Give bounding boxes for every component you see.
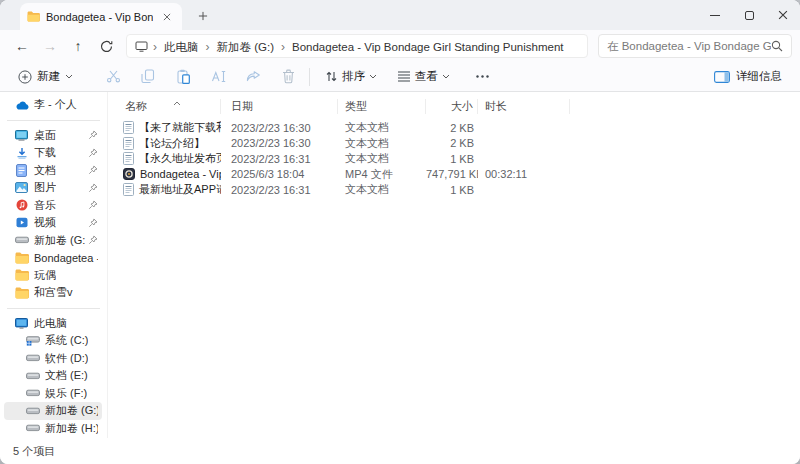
- sidebar-item[interactable]: 新加卷 (G:): [4, 402, 102, 420]
- column-header-label: 类型: [345, 100, 367, 112]
- back-button[interactable]: ←: [8, 33, 36, 59]
- refresh-button[interactable]: [92, 33, 120, 59]
- share-button[interactable]: [241, 65, 265, 89]
- file-name: 【永久地址发布页】: [139, 151, 221, 166]
- sidebar-item[interactable]: 音乐: [4, 197, 102, 215]
- paste-button[interactable]: [171, 65, 195, 89]
- item-count: 5 个项目: [13, 444, 55, 459]
- pin-icon: [85, 165, 98, 175]
- plus-icon: [198, 11, 208, 21]
- breadcrumb-item[interactable]: Bondagetea - Vip Bondage Girl Standing P…: [290, 41, 566, 53]
- chevron-down-icon: [369, 74, 377, 79]
- column-header[interactable]: 日期: [221, 99, 338, 114]
- new-tab-button[interactable]: [190, 3, 216, 29]
- more-options-button[interactable]: [470, 65, 494, 89]
- drive-icon: [25, 389, 40, 397]
- column-header-label: 日期: [231, 100, 253, 112]
- sidebar-item-label: 下载: [34, 145, 56, 160]
- command-toolbar: 新建 排序 查看: [0, 62, 800, 92]
- sort-button[interactable]: 排序: [319, 66, 383, 87]
- drive-system-icon: [25, 336, 40, 346]
- sidebar-divider: [7, 308, 100, 309]
- sidebar-divider: [7, 120, 100, 121]
- file-row[interactable]: 【论坛介绍】2023/2/23 16:30文本文档2 KB: [122, 136, 800, 152]
- sidebar-item[interactable]: 图片: [4, 179, 102, 197]
- file-row[interactable]: 【来了就能下载和...2023/2/23 16:30文本文档2 KB: [122, 120, 800, 136]
- column-header[interactable]: 大小: [426, 99, 478, 114]
- breadcrumb-item[interactable]: 新加卷 (G:): [215, 41, 277, 53]
- sidebar-item[interactable]: 玩偶: [4, 267, 102, 285]
- new-button[interactable]: 新建: [12, 66, 79, 87]
- delete-button[interactable]: [276, 65, 300, 89]
- status-bar: 5 个项目: [0, 438, 800, 464]
- sidebar-item[interactable]: Bondagetea - V: [4, 249, 102, 267]
- breadcrumb-chevron-icon: ›: [276, 40, 290, 54]
- sidebar-item[interactable]: 和宫雪v: [4, 284, 102, 302]
- explorer-tab[interactable]: Bondagetea - Vip Bondage Gi: [20, 3, 182, 30]
- view-lines-icon: [397, 71, 411, 82]
- tab-close-icon[interactable]: [159, 9, 175, 25]
- this-pc-icon: [135, 41, 148, 52]
- rename-button[interactable]: [206, 65, 230, 89]
- sidebar-item[interactable]: 新加卷 (H:): [4, 420, 102, 438]
- sidebar-item[interactable]: 文档: [4, 162, 102, 180]
- navigation-pane: 李 - 个人桌面下载文档图片音乐视频新加卷 (G:)Bondagetea - V…: [0, 92, 108, 438]
- sidebar-item[interactable]: 软件 (D:): [4, 350, 102, 368]
- breadcrumb[interactable]: ›此电脑›新加卷 (G:)›Bondagetea - Vip Bondage G…: [126, 34, 588, 58]
- file-type: 文本文档: [338, 136, 426, 151]
- breadcrumb-item[interactable]: 此电脑: [162, 41, 201, 53]
- sidebar-item[interactable]: 文档 (E:): [4, 367, 102, 385]
- close-button[interactable]: [766, 0, 800, 30]
- file-row[interactable]: 【永久地址发布页】2023/2/23 16:31文本文档1 KB: [122, 151, 800, 167]
- view-button[interactable]: 查看: [391, 66, 456, 87]
- sidebar-item-label: 图片: [34, 180, 56, 195]
- folder-icon: [14, 287, 29, 299]
- text-file-icon: [123, 121, 134, 134]
- cut-button[interactable]: [101, 65, 125, 89]
- forward-button[interactable]: →: [36, 33, 64, 59]
- sidebar-item[interactable]: 系统 (C:): [4, 332, 102, 350]
- minimize-button[interactable]: [698, 0, 732, 30]
- column-header[interactable]: 名称: [122, 99, 221, 114]
- details-pane-button[interactable]: 详细信息: [708, 66, 788, 87]
- text-file-icon: [123, 152, 134, 165]
- ellipsis-icon: [476, 75, 489, 78]
- file-size: 1 KB: [426, 184, 478, 196]
- close-icon: [778, 10, 788, 20]
- file-type: MP4 文件: [338, 167, 426, 182]
- maximize-icon: [745, 11, 754, 20]
- file-row[interactable]: 最新地址及APP请...2023/2/23 16:31文本文档1 KB: [122, 182, 800, 198]
- sidebar-item[interactable]: 视频: [4, 214, 102, 232]
- drive-icon: [25, 354, 40, 362]
- trash-icon: [282, 69, 295, 84]
- copy-button[interactable]: [136, 65, 160, 89]
- file-size: 2 KB: [426, 137, 478, 149]
- file-size: 1 KB: [426, 153, 478, 165]
- folder-icon: [14, 252, 29, 264]
- sidebar-item-label: 视频: [34, 215, 56, 230]
- sidebar-item[interactable]: 下载: [4, 144, 102, 162]
- sort-arrows-icon: [325, 70, 338, 83]
- file-name: Bondagetea - Vip...: [140, 168, 221, 180]
- search-input[interactable]: 在 Bondagetea - Vip Bondage G: [607, 39, 771, 54]
- scissors-icon: [106, 69, 121, 84]
- file-name: 【来了就能下载和...: [139, 120, 221, 135]
- file-list-pane: 名称日期类型大小时长 【来了就能下载和...2023/2/23 16:30文本文…: [108, 92, 800, 438]
- pictures-icon: [14, 182, 29, 193]
- maximize-button[interactable]: [732, 0, 766, 30]
- sort-button-label: 排序: [342, 69, 365, 84]
- file-type: 文本文档: [338, 120, 426, 135]
- sidebar-item[interactable]: 此电脑: [4, 315, 102, 333]
- column-header[interactable]: 时长: [478, 99, 570, 114]
- file-row[interactable]: Bondagetea - Vip...2025/6/3 18:04MP4 文件7…: [122, 167, 800, 183]
- sidebar-item-label: 和宫雪v: [34, 285, 73, 300]
- file-name-cell: Bondagetea - Vip...: [122, 168, 221, 180]
- sidebar-item[interactable]: 李 - 个人: [4, 96, 102, 114]
- search-box[interactable]: 在 Bondagetea - Vip Bondage G: [598, 34, 792, 58]
- up-button[interactable]: ↑: [64, 33, 92, 59]
- sidebar-item[interactable]: 娱乐 (F:): [4, 385, 102, 403]
- sidebar-item[interactable]: 桌面: [4, 127, 102, 145]
- sidebar-item[interactable]: 新加卷 (G:): [4, 232, 102, 250]
- file-rows: 【来了就能下载和...2023/2/23 16:30文本文档2 KB【论坛介绍】…: [122, 120, 800, 198]
- column-header[interactable]: 类型: [338, 99, 426, 114]
